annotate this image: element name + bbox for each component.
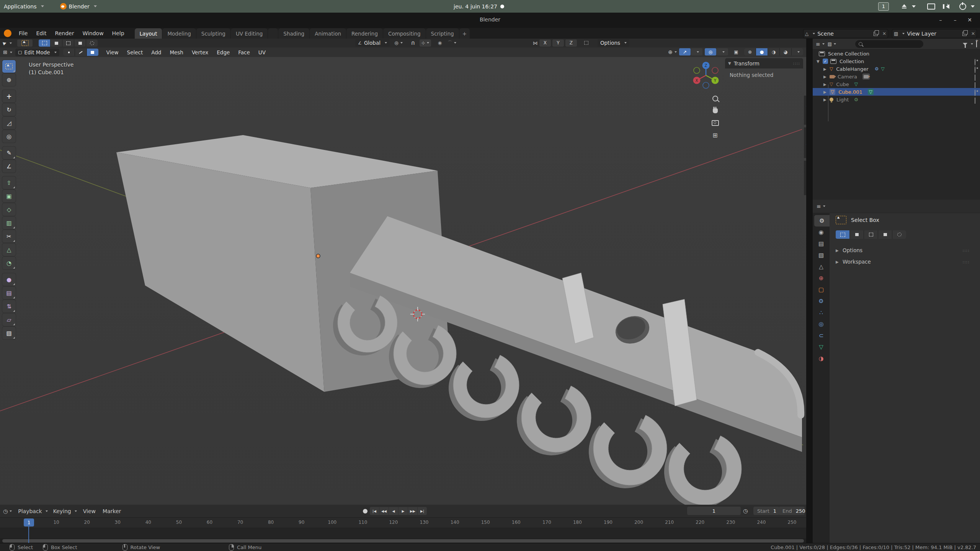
prev-keyframe-button[interactable]: ◀◀ <box>379 507 389 515</box>
tool-rip-region-button[interactable]: ▧ <box>2 327 16 339</box>
jump-to-end-button[interactable]: ▶| <box>418 507 427 515</box>
menu-edit[interactable]: Edit <box>32 30 51 36</box>
disclosure-closed-icon[interactable]: ▶ <box>823 98 827 102</box>
use-preview-range-icon[interactable]: ◷ <box>743 508 748 514</box>
mirror-y-button[interactable]: Y <box>552 39 564 47</box>
workspace-section[interactable]: ▶ Workspace :::: <box>836 259 970 265</box>
disclosure-closed-icon[interactable]: ▶ <box>823 82 827 86</box>
outliner-display-mode[interactable]: ≡ <box>816 41 825 47</box>
speaker-icon[interactable] <box>946 4 949 9</box>
solid-shading-button[interactable]: ● <box>756 48 768 55</box>
show-gizmo-toggle[interactable]: ↗ <box>679 48 691 55</box>
menu-uv[interactable]: UV <box>254 49 270 55</box>
visibility-toggle[interactable] <box>975 75 975 80</box>
keying-menu[interactable]: Keying <box>53 508 77 514</box>
menu-mesh[interactable]: Mesh <box>165 49 188 55</box>
menu-render[interactable]: Render <box>51 30 78 36</box>
menu-vertex[interactable]: Vertex <box>188 49 212 55</box>
select-invert-button[interactable] <box>74 39 86 47</box>
start-frame-field[interactable]: Start 1 <box>753 507 779 515</box>
falloff-dropdown[interactable]: ⌒ <box>446 39 458 47</box>
show-overlays-toggle[interactable]: ◎ <box>705 48 716 55</box>
visibility-toggle[interactable] <box>975 98 975 103</box>
tool-transform-button[interactable]: ◎ <box>2 130 16 143</box>
ortho-toggle-button[interactable]: ⊞ <box>709 129 721 141</box>
drag-handle-icon[interactable]: :::: <box>793 61 800 66</box>
tool-poly-build-button[interactable]: △ <box>2 243 16 256</box>
tool-spin-button[interactable]: ◔ <box>2 257 16 269</box>
tool-knife-button[interactable]: ✂ <box>2 230 16 243</box>
minimize-button[interactable]: – <box>936 16 946 24</box>
pivot-point-dropdown[interactable]: ◎ <box>393 39 404 47</box>
tool-bevel-button[interactable]: ◇ <box>2 203 16 216</box>
tool-cursor-button[interactable]: ⊕ <box>2 73 16 86</box>
mirror-x-button[interactable]: X <box>539 39 551 47</box>
tab-scripting[interactable]: Scripting <box>426 28 459 39</box>
menu-help[interactable]: Help <box>108 30 129 36</box>
outliner-row-scene-collection[interactable]: Scene Collection <box>813 50 980 57</box>
current-frame-field[interactable]: 1 <box>687 507 741 515</box>
outliner-row-camera[interactable]: ▶ Camera <box>813 73 980 80</box>
disclosure-open-icon[interactable]: ▼ <box>817 59 820 64</box>
play-reverse-button[interactable]: ◀ <box>389 507 399 515</box>
scrollbar-thumb[interactable] <box>2 539 804 543</box>
tab-world[interactable]: ⊕ <box>813 272 830 284</box>
tab-material[interactable]: ◑ <box>813 353 830 364</box>
tab-object[interactable]: ▢ <box>813 284 830 295</box>
visibility-toggle[interactable] <box>975 59 975 65</box>
tab-particles[interactable]: ∴ <box>813 307 830 318</box>
menu-select[interactable]: Select <box>123 49 147 55</box>
edge-mode-button[interactable] <box>75 49 87 56</box>
visibility-toggle[interactable] <box>975 67 975 73</box>
tool-annotate-button[interactable]: ✎ <box>2 147 16 159</box>
tab-view-layer[interactable]: ▧ <box>813 249 830 261</box>
tab-shading[interactable]: Shading <box>278 28 309 39</box>
outliner-filter-mode[interactable]: ▧ <box>828 41 836 47</box>
applications-menu[interactable]: Applications <box>0 0 48 13</box>
select-subtract-button[interactable] <box>864 230 878 239</box>
tab-render[interactable]: ◉ <box>813 227 830 238</box>
editor-type-selector[interactable]: ⊞ <box>3 49 12 55</box>
tab-object-data[interactable]: ▽ <box>813 341 830 353</box>
timeline-editor-type[interactable]: ◷ <box>3 508 12 514</box>
face-mode-button[interactable] <box>87 49 98 56</box>
timeline-tracks[interactable] <box>0 528 806 538</box>
disclosure-closed-icon[interactable]: ▶ <box>823 75 827 79</box>
active-tool-selector[interactable]: ▶ <box>3 41 12 46</box>
menu-window[interactable]: Window <box>78 30 108 36</box>
wireframe-shading-button[interactable]: ⊗ <box>744 48 756 55</box>
shading-options-dropdown[interactable] <box>792 48 803 55</box>
menu-add[interactable]: Add <box>147 49 165 55</box>
outliner-search[interactable] <box>855 40 923 48</box>
tab-scene[interactable]: △ <box>813 261 830 272</box>
outliner-row-cube[interactable]: ▶ ▽ Cube ▽ <box>813 80 980 88</box>
tool-scale-button[interactable]: ◿ <box>2 117 16 129</box>
menu-view[interactable]: View <box>102 49 123 55</box>
gizmo-options-dropdown[interactable] <box>691 48 702 55</box>
options-section[interactable]: ▶ Options :::: <box>836 247 970 253</box>
gizmos-dropdown[interactable]: ⊕ <box>668 49 677 55</box>
visibility-toggle[interactable] <box>975 82 975 88</box>
collection-checkbox[interactable] <box>823 59 828 64</box>
select-intersect-button[interactable] <box>892 230 906 239</box>
tab-rendering[interactable]: Rendering <box>346 28 383 39</box>
tool-edge-slide-button[interactable]: ▤ <box>2 287 16 299</box>
tool-select-box-button[interactable] <box>2 60 16 73</box>
tab-tool[interactable]: ⚙ <box>814 215 830 227</box>
select-set-button[interactable] <box>836 230 849 239</box>
axis-gizmo[interactable]: X Y Z <box>689 59 723 92</box>
tab-output[interactable]: ▤ <box>813 238 830 249</box>
playhead-badge[interactable]: 1 <box>24 518 34 527</box>
tool-measure-button[interactable]: ∠ <box>2 160 16 173</box>
view-menu[interactable]: View <box>83 508 96 514</box>
select-intersect-button[interactable] <box>86 39 98 47</box>
record-icon[interactable] <box>363 509 368 514</box>
tool-rotate-button[interactable]: ↻ <box>2 103 16 116</box>
unlink-icon[interactable]: ✕ <box>882 31 886 36</box>
mode-dropdown[interactable]: ▢ Edit Mode <box>15 49 59 56</box>
close-button[interactable]: ✕ <box>965 16 975 24</box>
outliner-row-collection[interactable]: ▼ Collection <box>813 57 980 65</box>
tab-modifiers[interactable]: ⚙ <box>813 295 830 307</box>
tool-icon-button[interactable] <box>17 39 33 47</box>
overlays-options-dropdown[interactable] <box>717 48 728 55</box>
